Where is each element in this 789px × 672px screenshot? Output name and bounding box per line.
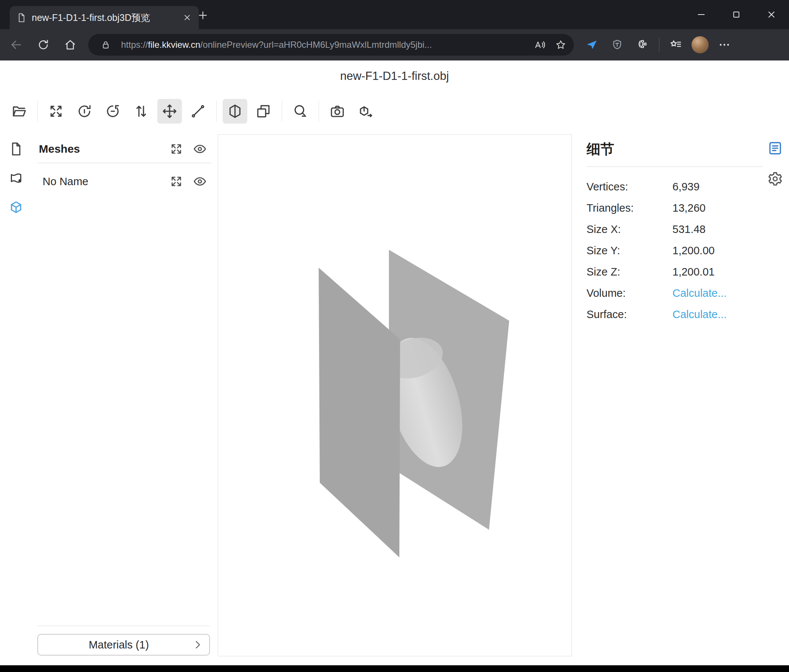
viewer-toolbar	[7, 97, 382, 126]
viewer-page: new-F1-D1-1-first.obj	[0, 61, 789, 665]
favorite-star-icon[interactable]	[551, 35, 570, 54]
detail-row-size-z: Size Z: 1,200.01	[586, 261, 763, 283]
address-bar[interactable]: https://file.kkview.cn/onlinePreview?url…	[88, 34, 574, 56]
perspective-view-button[interactable]	[223, 99, 247, 124]
cube-3d-icon[interactable]	[8, 199, 25, 216]
materials-button-label: Materials (1)	[46, 639, 192, 651]
extension-shield-icon[interactable]	[607, 34, 628, 55]
toolbar-divider	[282, 101, 282, 122]
mesh-name: No Name	[43, 175, 160, 188]
window-close-button[interactable]	[754, 0, 789, 29]
browser-window: new-F1-D1-1-first.obj3D预览	[0, 0, 789, 672]
tab-close-icon[interactable]	[182, 13, 192, 22]
url-text[interactable]: https://file.kkview.cn/onlinePreview?url…	[121, 40, 528, 50]
open-model-button[interactable]	[7, 99, 31, 124]
3d-model-canvas[interactable]	[218, 135, 572, 656]
detail-value: 531.48	[672, 223, 706, 236]
detail-row-size-x: Size X: 531.48	[586, 219, 763, 240]
model-plane-left	[319, 268, 400, 557]
orthographic-view-button[interactable]	[251, 99, 276, 124]
details-title: 细节	[586, 140, 763, 158]
materials-button[interactable]: Materials (1)	[37, 634, 210, 656]
tab-title: new-F1-D1-1-first.obj3D预览	[32, 11, 177, 24]
lock-icon[interactable]	[96, 35, 115, 54]
left-icon-rail	[0, 134, 32, 216]
flip-vertical-button[interactable]	[129, 99, 153, 124]
profile-avatar[interactable]	[692, 36, 709, 53]
detail-value: 13,260	[672, 202, 706, 214]
detail-row-triangles: Triangles: 13,260	[586, 197, 763, 219]
gear-icon[interactable]	[767, 170, 784, 188]
detail-row-vertices: Vertices: 6,939	[586, 176, 763, 197]
browser-tab[interactable]: new-F1-D1-1-first.obj3D预览	[10, 6, 199, 29]
details-rows: Vertices: 6,939 Triangles: 13,260 Size X…	[586, 176, 763, 325]
mesh-list-item[interactable]: No Name	[37, 170, 211, 192]
browser-tabstrip: new-F1-D1-1-first.obj3D预览	[0, 0, 789, 29]
details-panel: 细节 Vertices: 6,939 Triangles: 13,260 Siz…	[586, 134, 763, 325]
right-icon-rail	[761, 134, 789, 188]
calculate-volume-link[interactable]: Calculate...	[672, 287, 727, 299]
panel-divider	[37, 163, 211, 163]
fit-mesh-icon[interactable]	[169, 175, 183, 188]
new-tab-button[interactable]	[194, 7, 211, 24]
meshes-title: Meshes	[39, 143, 160, 155]
navbar-extensions	[580, 34, 735, 55]
file-icon[interactable]	[8, 140, 25, 158]
detail-value: 1,200.00	[672, 245, 715, 257]
details-list-icon[interactable]	[767, 140, 784, 157]
home-icon[interactable]	[60, 34, 81, 55]
window-maximize-button[interactable]	[719, 0, 754, 29]
rotate-vertical-button[interactable]	[101, 99, 125, 124]
detail-label: Size Y:	[586, 245, 672, 257]
detail-label: Size X:	[586, 223, 672, 236]
rotate-horizontal-button[interactable]	[72, 99, 97, 124]
detail-label: Size Z:	[586, 266, 672, 278]
measure-button[interactable]	[288, 99, 313, 124]
detail-value: 1,200.01	[672, 266, 715, 278]
read-aloud-icon[interactable]	[530, 35, 549, 54]
navbar-divider	[659, 38, 660, 52]
calculate-surface-link[interactable]: Calculate...	[672, 308, 727, 321]
detail-row-volume: Volume: Calculate...	[586, 283, 763, 304]
meshes-panel: Meshes No Name	[37, 134, 211, 192]
move-tool-button[interactable]	[157, 99, 182, 124]
detail-label: Triangles:	[586, 202, 672, 214]
detail-value: 6,939	[672, 181, 700, 193]
page-title: new-F1-D1-1-first.obj	[0, 69, 789, 83]
detail-row-surface: Surface: Calculate...	[586, 304, 763, 325]
extensions-puzzle-icon[interactable]	[632, 34, 653, 55]
browser-navbar: https://file.kkview.cn/onlinePreview?url…	[0, 29, 789, 61]
measure-line-button[interactable]	[186, 99, 210, 124]
3d-viewport[interactable]	[218, 134, 572, 656]
details-divider	[586, 167, 763, 167]
detail-label: Vertices:	[586, 181, 672, 193]
refresh-icon[interactable]	[33, 34, 54, 55]
export-model-button[interactable]	[353, 99, 378, 124]
document-icon	[16, 13, 27, 23]
more-options-icon[interactable]	[714, 34, 735, 55]
materials-divider	[37, 626, 210, 626]
toolbar-divider	[216, 101, 217, 122]
window-controls	[684, 0, 789, 29]
detail-row-size-y: Size Y: 1,200.00	[586, 240, 763, 261]
detail-label: Surface:	[586, 308, 672, 321]
mesh-visibility-eye-icon[interactable]	[193, 174, 207, 188]
visibility-eye-icon[interactable]	[193, 142, 207, 156]
detail-label: Volume:	[586, 287, 672, 299]
screenshot-button[interactable]	[325, 99, 350, 124]
meshes-header-row: Meshes	[37, 138, 211, 160]
toolbar-divider	[319, 101, 319, 122]
window-minimize-button[interactable]	[684, 0, 719, 29]
favorites-bar-icon[interactable]	[665, 34, 686, 55]
toolbar-divider	[37, 101, 38, 122]
extension-plane-icon[interactable]	[581, 34, 602, 55]
fit-all-icon[interactable]	[169, 142, 183, 156]
chevron-right-icon	[192, 639, 203, 650]
bottom-edge-bar	[0, 665, 789, 672]
materials-icon[interactable]	[8, 169, 25, 187]
back-icon[interactable]	[6, 34, 27, 55]
fit-view-button[interactable]	[44, 99, 69, 124]
